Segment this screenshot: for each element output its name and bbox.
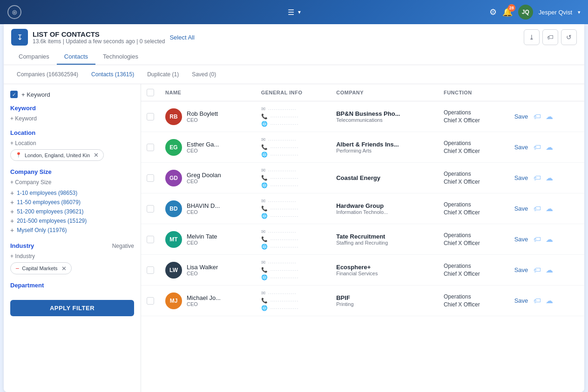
col-general-info: GENERAL INFO: [256, 84, 331, 101]
table-row: LW Lisa Walker CEO ✉···············: [141, 255, 584, 286]
tag-row-icon[interactable]: 🏷: [534, 113, 541, 121]
sidebar-keyword-section: Keyword + Keyword: [10, 105, 134, 122]
phone-dots: ···············: [270, 298, 299, 304]
save-button[interactable]: Save: [512, 111, 531, 122]
user-name-label[interactable]: Jesper Qvist: [539, 9, 572, 16]
contact-title: CEO: [187, 271, 218, 276]
location-tag-close-icon[interactable]: ✕: [94, 152, 99, 159]
location-tag: 📍 London, England, United Kin ✕: [10, 149, 104, 161]
contact-info: Rob Boylett CEO: [187, 110, 218, 123]
web-dots: ···············: [270, 183, 299, 188]
row-checkbox[interactable]: [147, 144, 154, 151]
user-menu-chevron-icon[interactable]: ▾: [578, 9, 581, 15]
tag-row-icon[interactable]: 🏷: [534, 266, 541, 274]
sub-tab-companies[interactable]: Companies (166362594): [11, 69, 84, 80]
export-row-icon[interactable]: ☁: [546, 235, 553, 244]
globe-icon: 🌐: [261, 244, 268, 250]
email-dots: ···············: [268, 291, 297, 296]
size-option-11-50[interactable]: + 11-50 employees (86079): [10, 198, 134, 207]
row-checkbox[interactable]: [147, 297, 154, 305]
save-button[interactable]: Save: [512, 295, 531, 306]
export-row-icon[interactable]: ☁: [546, 112, 553, 121]
tag-action-button[interactable]: 🏷: [542, 29, 558, 45]
export-row-icon[interactable]: ☁: [546, 143, 553, 152]
email-dots: ···············: [268, 137, 297, 143]
nav-center: ☰ ▾: [288, 8, 301, 17]
apply-filter-button[interactable]: APPLY FILTER: [10, 300, 134, 316]
tab-contacts[interactable]: Contacts: [57, 49, 95, 65]
download-action-button[interactable]: ⤓: [524, 29, 540, 45]
row-checkbox[interactable]: [147, 266, 154, 274]
department-section-title: Department: [10, 282, 44, 289]
tag-row-icon[interactable]: 🏷: [534, 205, 541, 213]
negative-button[interactable]: Negative: [112, 243, 134, 249]
tag-row-icon[interactable]: 🏷: [534, 235, 541, 244]
row-checkbox[interactable]: [147, 174, 154, 182]
sub-tab-saved[interactable]: Saved (0): [186, 69, 222, 80]
function-cell: OperationsChief X Officer: [444, 232, 500, 247]
contact-info: Greg Doolan CEO: [187, 172, 221, 184]
header-top: ↧ LIST OF CONTACTS 13.6k items | Updated…: [11, 29, 577, 46]
settings-icon[interactable]: ⚙: [489, 7, 497, 17]
select-all-checkbox[interactable]: [147, 89, 154, 96]
sub-tab-duplicate[interactable]: Duplicate (1): [142, 69, 184, 80]
export-row-icon[interactable]: ☁: [546, 204, 553, 213]
general-info-cell: ✉··············· 📞··············· 🌐·····…: [261, 106, 325, 127]
size-option-myself[interactable]: + Myself Only (11976): [10, 226, 134, 235]
phone-dots: ···············: [270, 237, 299, 242]
company-name: BP&N Business Pho...: [336, 110, 433, 117]
size-option-201-500[interactable]: + 201-500 employees (15129): [10, 216, 134, 226]
tag-row-icon[interactable]: 🏷: [534, 143, 541, 152]
export-row-icon[interactable]: ☁: [546, 296, 553, 305]
phone-dots: ···············: [270, 175, 299, 181]
tag-row-icon[interactable]: 🏷: [534, 174, 541, 182]
general-info-cell: ✉··············· 📞··············· 🌐·····…: [261, 137, 325, 158]
select-all-button[interactable]: Select All: [169, 34, 194, 41]
size-plus-icon: +: [10, 208, 14, 215]
save-button[interactable]: Save: [512, 234, 531, 245]
save-button[interactable]: Save: [512, 203, 531, 214]
exclude-checkbox[interactable]: ✓: [10, 91, 18, 98]
email-icon: ✉: [261, 167, 265, 173]
user-avatar[interactable]: JQ: [518, 5, 533, 20]
save-button[interactable]: Save: [512, 142, 531, 153]
email-dots: ···············: [268, 106, 297, 112]
export-row-icon[interactable]: ☁: [546, 266, 553, 274]
hamburger-icon[interactable]: ☰: [288, 8, 294, 17]
department-section-header: Department: [10, 282, 134, 289]
header-actions: ⤓ 🏷 ↺: [524, 29, 577, 45]
add-industry-button[interactable]: + Industry: [10, 253, 35, 259]
exclude-saved-row[interactable]: ✓ + Keyword: [10, 91, 134, 98]
notification-badge: 28: [508, 4, 515, 12]
tab-companies[interactable]: Companies: [11, 49, 57, 65]
row-checkbox[interactable]: [147, 113, 154, 120]
avatar: RB: [165, 108, 182, 125]
notifications-button[interactable]: 🔔 28: [502, 7, 513, 17]
contact-name: Michael Jo...: [187, 294, 221, 301]
add-location-button[interactable]: + Location: [10, 140, 36, 146]
tag-row-icon[interactable]: 🏷: [534, 297, 541, 305]
row-actions: Save 🏷 ☁: [512, 295, 579, 306]
web-dots: ···············: [270, 275, 299, 280]
add-keyword-button[interactable]: + Keyword: [10, 115, 37, 122]
row-checkbox[interactable]: [147, 205, 154, 213]
email-icon: ✉: [261, 290, 265, 296]
email-dots: ···············: [268, 199, 297, 204]
sub-tab-contacts[interactable]: Contacts (13615): [86, 69, 140, 80]
size-option-51-200[interactable]: + 51-200 employees (39621): [10, 207, 134, 216]
nav-chevron-icon[interactable]: ▾: [298, 9, 301, 15]
history-action-button[interactable]: ↺: [561, 29, 577, 45]
export-row-icon[interactable]: ☁: [546, 173, 553, 182]
row-checkbox[interactable]: [147, 236, 154, 243]
tab-technologies[interactable]: Technologies: [95, 49, 146, 65]
add-company-size-button[interactable]: + Company Size: [10, 179, 51, 186]
nav-right: ⚙ 🔔 28 JQ Jesper Qvist ▾: [489, 5, 581, 20]
industry-tag-minus-icon[interactable]: −: [15, 265, 19, 272]
save-button[interactable]: Save: [512, 265, 531, 275]
size-option-1-10[interactable]: + 1-10 employees (98653): [10, 188, 134, 198]
location-pin-icon: 📍: [15, 152, 22, 158]
company-name: Hardware Group: [336, 202, 433, 209]
save-button[interactable]: Save: [512, 173, 531, 183]
contact-info: Esther Ga... CEO: [187, 141, 219, 153]
industry-tag-close-icon[interactable]: ✕: [61, 265, 67, 272]
